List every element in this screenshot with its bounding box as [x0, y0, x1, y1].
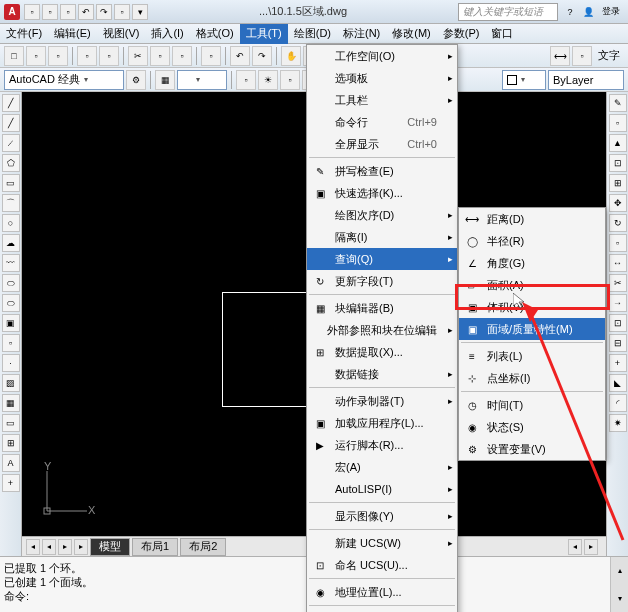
- tb-print-icon[interactable]: ▫: [77, 46, 97, 66]
- tb-match-icon[interactable]: ▫: [201, 46, 221, 66]
- menu-item[interactable]: 选项板▸: [307, 67, 457, 89]
- fillet-tool-icon[interactable]: ◜: [609, 394, 627, 412]
- tabs-nav-first[interactable]: ◂: [26, 539, 40, 555]
- point-tool-icon[interactable]: ·: [2, 354, 20, 372]
- menu-item[interactable]: 宏(A)▸: [307, 456, 457, 478]
- gradient-tool-icon[interactable]: ▦: [2, 394, 20, 412]
- tb-t2-icon[interactable]: ☀: [258, 70, 278, 90]
- menu-item[interactable]: ◯半径(R): [459, 230, 605, 252]
- menu-item[interactable]: ◷时间(T): [459, 394, 605, 416]
- menu-item[interactable]: 查询(Q)▸: [307, 248, 457, 270]
- xline-tool-icon[interactable]: ╱: [2, 114, 20, 132]
- tb-pan-icon[interactable]: ✋: [281, 46, 301, 66]
- menu-window[interactable]: 窗口: [485, 24, 519, 44]
- tb-dim-icon[interactable]: ⟷: [550, 46, 570, 66]
- menu-item[interactable]: ⊞数据提取(X)...: [307, 341, 457, 363]
- arc-tool-icon[interactable]: ⌒: [2, 194, 20, 212]
- break2-tool-icon[interactable]: ⊟: [609, 334, 627, 352]
- tabs-nav-last[interactable]: ▸: [74, 539, 88, 555]
- menu-item[interactable]: ◉地理位置(L)...: [307, 581, 457, 603]
- menu-item[interactable]: 工具栏▸: [307, 89, 457, 111]
- menu-item[interactable]: ⊹点坐标(I): [459, 367, 605, 389]
- tb-paste-icon[interactable]: ▫: [172, 46, 192, 66]
- tb-open-icon[interactable]: ▫: [26, 46, 46, 66]
- menu-item[interactable]: 动作录制器(T)▸: [307, 390, 457, 412]
- tb-gear-icon[interactable]: ⚙: [126, 70, 146, 90]
- spline-tool-icon[interactable]: 〰: [2, 254, 20, 272]
- menu-item[interactable]: ◉状态(S): [459, 416, 605, 438]
- circle-tool-icon[interactable]: ○: [2, 214, 20, 232]
- menu-item[interactable]: ▶运行脚本(R)...: [307, 434, 457, 456]
- scale-tool-icon[interactable]: ▫: [609, 234, 627, 252]
- trim-tool-icon[interactable]: ✂: [609, 274, 627, 292]
- menu-draw[interactable]: 绘图(D): [288, 24, 337, 44]
- offset-tool-icon[interactable]: ⊡: [609, 154, 627, 172]
- color-dropdown[interactable]: ▾: [502, 70, 546, 90]
- join-tool-icon[interactable]: +: [609, 354, 627, 372]
- menu-format[interactable]: 格式(O): [190, 24, 240, 44]
- region-tool-icon[interactable]: ▭: [2, 414, 20, 432]
- menu-view[interactable]: 视图(V): [97, 24, 146, 44]
- copy-tool-icon[interactable]: ▫: [609, 114, 627, 132]
- hatch-tool-icon[interactable]: ▨: [2, 374, 20, 392]
- menu-item[interactable]: 工作空间(O)▸: [307, 45, 457, 67]
- tb-undo-icon[interactable]: ↶: [230, 46, 250, 66]
- menu-item[interactable]: ⚙设置变量(V): [459, 438, 605, 460]
- tb-save-icon[interactable]: ▫: [48, 46, 68, 66]
- pline-tool-icon[interactable]: ⟋: [2, 134, 20, 152]
- scroll-down-icon[interactable]: ▾: [611, 585, 628, 613]
- insert-tool-icon[interactable]: ▣: [2, 314, 20, 332]
- menu-item[interactable]: ▣面域/质量特性(M): [459, 318, 605, 340]
- erase-tool-icon[interactable]: ✎: [609, 94, 627, 112]
- tab-layout1[interactable]: 布局1: [132, 538, 178, 556]
- tb-layer-icon[interactable]: ▦: [155, 70, 175, 90]
- menu-item[interactable]: 全屏显示Ctrl+0: [307, 133, 457, 155]
- menu-item[interactable]: ▣体积(V): [459, 296, 605, 318]
- scroll-up-icon[interactable]: ▴: [611, 557, 628, 585]
- menu-item[interactable]: 数据链接▸: [307, 363, 457, 385]
- polygon-tool-icon[interactable]: ⬠: [2, 154, 20, 172]
- tb-t1-icon[interactable]: ▫: [236, 70, 256, 90]
- menu-item[interactable]: 显示图像(Y)▸: [307, 505, 457, 527]
- menu-item[interactable]: ▦块编辑器(B): [307, 297, 457, 319]
- menu-item[interactable]: 新建 UCS(W)▸: [307, 532, 457, 554]
- menu-file[interactable]: 文件(F): [0, 24, 48, 44]
- line-tool-icon[interactable]: ╱: [2, 94, 20, 112]
- tb-cut-icon[interactable]: ✂: [128, 46, 148, 66]
- qat-redo-icon[interactable]: ↷: [96, 4, 112, 20]
- table-tool-icon[interactable]: ⊞: [2, 434, 20, 452]
- block-tool-icon[interactable]: ▫: [2, 334, 20, 352]
- rect-tool-icon[interactable]: ▭: [2, 174, 20, 192]
- menu-item[interactable]: ≡列表(L): [459, 345, 605, 367]
- tb-t3-icon[interactable]: ▫: [280, 70, 300, 90]
- menu-item[interactable]: 绘图次序(D)▸: [307, 204, 457, 226]
- app-icon[interactable]: A: [4, 4, 20, 20]
- layer-dropdown[interactable]: ▾: [177, 70, 227, 90]
- hscroll-right-icon[interactable]: ▸: [584, 539, 598, 555]
- tb-redo-icon[interactable]: ↷: [252, 46, 272, 66]
- qat-more-icon[interactable]: ▾: [132, 4, 148, 20]
- menu-tools[interactable]: 工具(T): [240, 24, 288, 44]
- menu-item[interactable]: CAD 标准(S)▸: [307, 608, 457, 612]
- menu-item[interactable]: ⊡命名 UCS(U)...: [307, 554, 457, 576]
- search-input[interactable]: 键入关键字或短语: [458, 3, 558, 21]
- rotate-tool-icon[interactable]: ↻: [609, 214, 627, 232]
- workspace-dropdown[interactable]: AutoCAD 经典 ▾: [4, 70, 124, 90]
- qat-open-icon[interactable]: ▫: [42, 4, 58, 20]
- array-tool-icon[interactable]: ⊞: [609, 174, 627, 192]
- tabs-nav-next[interactable]: ▸: [58, 539, 72, 555]
- command-text[interactable]: 已提取 1 个环。 已创建 1 个面域。 命令:: [0, 557, 610, 612]
- menu-item[interactable]: ↻更新字段(T): [307, 270, 457, 292]
- menu-item[interactable]: 隔离(I)▸: [307, 226, 457, 248]
- menu-modify[interactable]: 修改(M): [386, 24, 437, 44]
- menu-item[interactable]: AutoLISP(I)▸: [307, 478, 457, 500]
- add-tool-icon[interactable]: +: [2, 474, 20, 492]
- tb-modify-icon[interactable]: ▫: [572, 46, 592, 66]
- tabs-nav-prev[interactable]: ◂: [42, 539, 56, 555]
- menu-insert[interactable]: 插入(I): [145, 24, 189, 44]
- tab-layout2[interactable]: 布局2: [180, 538, 226, 556]
- stretch-tool-icon[interactable]: ↔: [609, 254, 627, 272]
- ellipse-tool-icon[interactable]: ⬭: [2, 274, 20, 292]
- help-icon[interactable]: ?: [562, 4, 578, 20]
- hscroll-left-icon[interactable]: ◂: [568, 539, 582, 555]
